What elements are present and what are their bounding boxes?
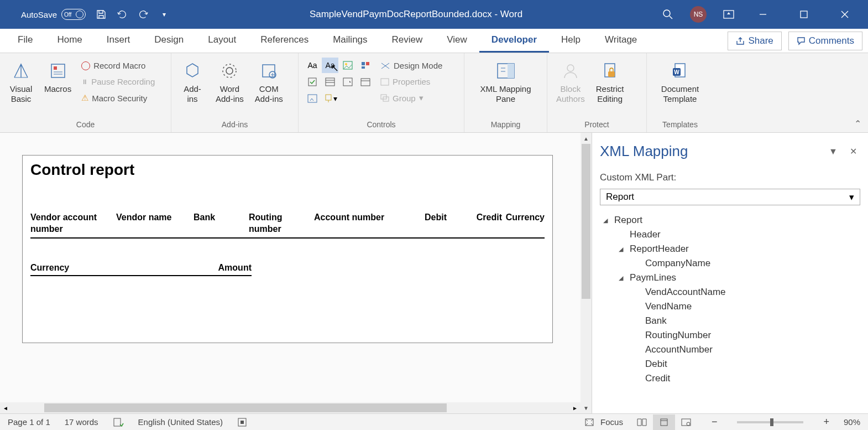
block-authors-icon — [560, 60, 582, 82]
tree-item[interactable]: RoutingNumber — [600, 328, 860, 343]
tree-label: CompanyName — [645, 258, 710, 269]
web-layout-button[interactable] — [675, 415, 697, 430]
visual-basic-icon — [10, 60, 32, 82]
scroll-up-icon[interactable]: ▲ — [581, 133, 592, 144]
svg-point-37 — [687, 422, 690, 426]
ribbon-display-icon[interactable] — [723, 9, 734, 20]
col-currency: Currency — [502, 212, 545, 235]
design-mode-button[interactable]: Design Mode — [378, 60, 445, 71]
addins-icon — [181, 60, 203, 82]
picture-control-icon[interactable] — [339, 58, 356, 73]
share-button[interactable]: Share — [728, 32, 781, 50]
zoom-in-button[interactable]: + — [823, 416, 829, 428]
svg-rect-4 — [54, 66, 57, 70]
macro-security-button[interactable]: ⚠Macro Security — [79, 92, 157, 104]
xml-mapping-pane-button[interactable]: XML Mapping Pane — [475, 58, 536, 106]
pane-close-icon[interactable]: ✕ — [846, 146, 860, 157]
tab-developer[interactable]: Developer — [479, 29, 549, 53]
tree-item[interactable]: Bank — [600, 314, 860, 328]
customize-qat-icon[interactable]: ▾ — [159, 9, 170, 20]
tab-design[interactable]: Design — [142, 29, 196, 53]
comments-button[interactable]: Comments — [788, 32, 862, 50]
search-icon[interactable] — [662, 9, 673, 20]
tab-file[interactable]: File — [6, 29, 45, 53]
tab-review[interactable]: Review — [380, 29, 435, 53]
checkbox-control-icon[interactable] — [304, 74, 321, 90]
tree-label: Bank — [645, 315, 667, 327]
dropdown-control-icon[interactable] — [339, 74, 356, 90]
zoom-slider[interactable] — [737, 421, 803, 423]
svg-rect-19 — [326, 95, 331, 100]
minimize-button[interactable] — [751, 7, 775, 22]
collapse-ribbon-icon[interactable]: ⌃ — [854, 118, 861, 129]
undo-icon[interactable] — [117, 9, 128, 20]
status-bar: Page 1 of 1 17 words English (United Sta… — [0, 413, 868, 430]
tab-references[interactable]: References — [248, 29, 321, 53]
focus-mode-button[interactable] — [578, 415, 600, 430]
document-template-button[interactable]: W Document Template — [658, 58, 702, 106]
custom-xml-part-select[interactable]: Report ▾ — [600, 189, 860, 205]
page-info[interactable]: Page 1 of 1 — [8, 417, 50, 427]
chevron-down-icon: ▾ — [849, 191, 854, 203]
tab-writage[interactable]: Writage — [593, 29, 649, 53]
svg-rect-2 — [801, 11, 807, 18]
vertical-scrollbar[interactable]: ▲ ▼ — [581, 133, 592, 413]
tab-home[interactable]: Home — [45, 29, 94, 53]
tree-item[interactable]: Credit — [600, 371, 860, 386]
tab-mailings[interactable]: Mailings — [321, 29, 379, 53]
print-layout-button[interactable] — [653, 415, 675, 430]
macros-button[interactable]: Macros — [41, 58, 75, 96]
zoom-level[interactable]: 90% — [844, 417, 860, 427]
record-macro-button[interactable]: Record Macro — [79, 60, 157, 71]
rich-text-control-icon[interactable]: Aa — [304, 58, 321, 73]
tab-view[interactable]: View — [435, 29, 479, 53]
horizontal-scrollbar[interactable]: ◄ ► — [0, 402, 581, 413]
read-mode-button[interactable] — [631, 415, 653, 430]
tab-insert[interactable]: Insert — [95, 29, 143, 53]
user-avatar[interactable]: NS — [690, 6, 707, 23]
scroll-right-icon[interactable]: ► — [569, 402, 581, 413]
close-button[interactable] — [833, 7, 857, 22]
tree-root[interactable]: ◢ Report — [600, 213, 860, 227]
plain-text-control-icon[interactable]: Aa↖ — [322, 58, 338, 73]
tab-help[interactable]: Help — [549, 29, 593, 53]
scroll-left-icon[interactable]: ◄ — [0, 402, 11, 413]
visual-basic-button[interactable]: Visual Basic — [6, 58, 36, 106]
combobox-control-icon[interactable] — [322, 74, 338, 90]
redo-icon[interactable] — [138, 9, 149, 20]
pause-recording-button: ⏸Pause Recording — [79, 76, 157, 87]
tree-item[interactable]: Debit — [600, 357, 860, 371]
zoom-out-button[interactable]: − — [712, 416, 718, 428]
document-page[interactable]: Control report Vendor account number Ven… — [22, 155, 553, 343]
language[interactable]: English (United States) — [138, 417, 223, 427]
addins-button[interactable]: Add- ins — [177, 58, 208, 106]
tree-item[interactable]: ◢ReportHeader — [600, 242, 860, 256]
spelling-icon[interactable] — [113, 417, 124, 427]
tree-item[interactable]: VendAccountName — [600, 285, 860, 299]
pane-options-icon[interactable]: ▼ — [826, 147, 840, 157]
date-picker-control-icon[interactable] — [357, 74, 374, 90]
page-heading: Control report — [30, 161, 545, 179]
tree-item[interactable]: AccountNumber — [600, 343, 860, 357]
share-label: Share — [748, 35, 773, 46]
tree-item[interactable]: CompanyName — [600, 256, 860, 271]
autosave-toggle[interactable]: AutoSave Off — [21, 9, 86, 20]
group-label-controls: Controls — [304, 118, 458, 131]
tree-item[interactable]: VendName — [600, 299, 860, 314]
save-icon[interactable] — [96, 9, 107, 20]
macro-recording-status-icon[interactable] — [237, 417, 247, 427]
legacy-tools-icon[interactable]: ▾ — [322, 91, 338, 106]
word-count[interactable]: 17 words — [65, 417, 98, 427]
tree-label: VendAccountName — [645, 287, 726, 298]
com-addins-button[interactable]: COM Add-ins — [252, 58, 286, 106]
tab-layout[interactable]: Layout — [196, 29, 248, 53]
tree-label: Debit — [645, 359, 667, 370]
scroll-down-icon[interactable]: ▼ — [581, 402, 592, 413]
tree-item[interactable]: Header — [600, 227, 860, 242]
word-addins-button[interactable]: Word Add-ins — [212, 58, 247, 106]
building-block-control-icon[interactable] — [357, 58, 374, 73]
maximize-button[interactable] — [792, 7, 816, 22]
repeat-section-control-icon[interactable] — [304, 91, 321, 106]
tree-item[interactable]: ◢PaymLines — [600, 271, 860, 285]
restrict-editing-button[interactable]: Restrict Editing — [593, 58, 628, 106]
